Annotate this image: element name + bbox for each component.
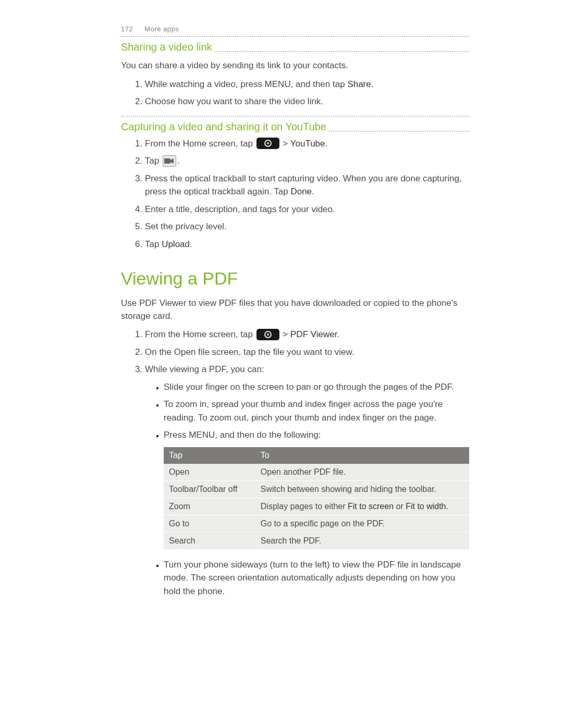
list-item: Turn your phone sideways (turn to the le… (164, 558, 469, 598)
list-item: To zoom in, spread your thumb and index … (164, 398, 469, 424)
document-page: 172 More apps Sharing a video link You c… (0, 0, 563, 636)
table-header-to: To (255, 447, 469, 464)
ui-label-youtube: YouTube (290, 139, 325, 149)
list-item: While viewing a PDF, you can: Slide your… (145, 363, 469, 598)
subheading: Capturing a video and sharing it on YouT… (121, 120, 328, 134)
ui-label-share: Share (347, 79, 371, 89)
table-row: Search Search the PDF. (164, 532, 469, 549)
paragraph: You can share a video by sending its lin… (121, 59, 469, 72)
divider (121, 116, 469, 117)
page-header: 172 More apps (121, 25, 469, 33)
divider (121, 36, 469, 37)
list-item: Tap . (145, 154, 469, 168)
subheading-wrap: Capturing a video and sharing it on YouT… (121, 120, 469, 134)
ui-label-done: Done (290, 187, 312, 196)
table-row: Zoom Display pages to either Fit to scre… (164, 498, 469, 515)
table-row: Go to Go to a specific page on the PDF. (164, 515, 469, 532)
apps-icon (256, 138, 279, 149)
list-item: Set the privacy level. (145, 220, 469, 233)
list-item: Tap Upload. (145, 238, 469, 251)
ui-label-pdf-viewer: PDF Viewer (290, 329, 337, 339)
list-item: Press MENU, and then do the following: T… (164, 428, 469, 550)
ordered-list: While watching a video, press MENU, and … (121, 78, 469, 108)
page-number: 172 (121, 25, 133, 33)
list-item: Press the optical trackball to start cap… (145, 172, 469, 199)
list-item: On the Open file screen, tap the file yo… (145, 346, 469, 359)
list-item: While watching a video, press MENU, and … (145, 78, 469, 91)
svg-rect-0 (164, 158, 170, 164)
table-row: Toolbar/Toolbar off Switch between showi… (164, 480, 469, 498)
list-item: From the Home screen, tap > PDF Viewer. (145, 328, 469, 341)
subheading-wrap: Sharing a video link (121, 40, 469, 54)
apps-icon (256, 329, 279, 340)
svg-marker-1 (170, 158, 174, 164)
table-row: Open Open another PDF file. (164, 464, 469, 481)
bullet-list: Slide your finger on the screen to pan o… (145, 380, 469, 598)
page-title: Viewing a PDF (121, 268, 469, 289)
list-item: Enter a title, description, and tags for… (145, 203, 469, 216)
list-item: Slide your finger on the screen to pan o… (164, 380, 469, 394)
ui-label-upload: Upload (162, 239, 190, 249)
list-item: From the Home screen, tap > YouTube. (145, 137, 469, 151)
subheading: Sharing a video link (121, 40, 214, 54)
ordered-list: From the Home screen, tap > YouTube. Tap… (121, 137, 469, 251)
camcorder-icon (163, 155, 176, 167)
menu-options-table: Tap To Open Open another PDF file. Toolb… (164, 447, 469, 550)
list-item: Choose how you want to share the video l… (145, 95, 469, 108)
table-header-tap: Tap (164, 447, 255, 464)
ordered-list: From the Home screen, tap > PDF Viewer. … (121, 328, 469, 598)
paragraph: Use PDF Viewer to view PDF files that yo… (121, 297, 469, 323)
chapter-name: More apps (144, 25, 179, 33)
